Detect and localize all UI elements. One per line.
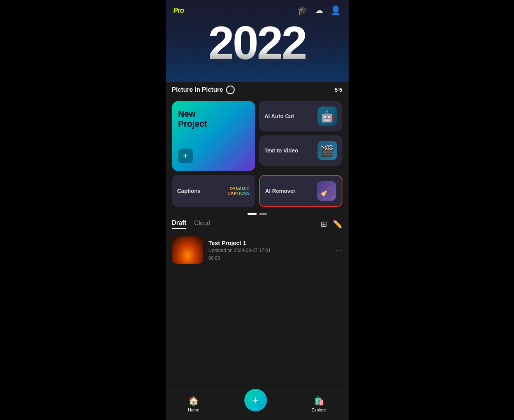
pip-arrow-icon: → <box>226 86 235 94</box>
ai-remover-label: AI Remover <box>265 188 296 194</box>
project-item: Test Project 1 Updated on 2024-08-07 17:… <box>172 233 342 267</box>
bottom-nav: 🏠 Home + 🛍️ Explore <box>166 392 349 420</box>
captions-card[interactable]: Captions DYNAMICCAPTIONS <box>172 175 255 207</box>
cloud-icon[interactable]: ☁ <box>315 5 323 16</box>
pip-strip[interactable]: Picture in Picture → 5/5 <box>166 82 349 98</box>
new-project-card[interactable]: NewProject + <box>172 101 255 171</box>
pip-label: Picture in Picture → <box>172 86 235 94</box>
ai-autocut-label: AI Auto Cut <box>265 113 294 119</box>
cap-icon[interactable]: 🎓 <box>297 5 308 16</box>
dot-1 <box>247 213 257 215</box>
project-date: Updated on 2024-08-07 17:01 <box>209 248 330 253</box>
year-display: 2022 <box>166 19 349 66</box>
project-info: Test Project 1 Updated on 2024-08-07 17:… <box>209 240 330 261</box>
fab-plus-icon: + <box>252 394 258 406</box>
cards-section: NewProject + AI Auto Cut 🤖 Text to Video… <box>166 98 349 175</box>
text-to-video-label: Text to Video <box>265 147 298 154</box>
ai-autocut-icon: 🤖 <box>318 107 337 126</box>
ai-remover-icon: 🧹 <box>317 181 336 201</box>
new-project-title: NewProject <box>178 109 249 130</box>
project-thumb-inner <box>172 236 203 264</box>
explore-label: Explore <box>312 408 326 412</box>
header: Pro 🎓 ☁ 👤 <box>166 0 349 19</box>
home-icon: 🏠 <box>188 396 199 406</box>
project-name: Test Project 1 <box>209 240 330 246</box>
nav-home[interactable]: 🏠 Home <box>188 396 199 412</box>
pip-total: 5 <box>339 87 342 93</box>
ai-remover-card[interactable]: AI Remover 🧹 <box>259 175 342 207</box>
phone-container: Pro 🎓 ☁ 👤 2022 Picture in Picture → 5/5 … <box>166 0 349 420</box>
home-label: Home <box>188 408 199 412</box>
tab-cloud[interactable]: Cloud <box>194 220 211 228</box>
tab-draft[interactable]: Draft <box>172 219 186 229</box>
edit-icon[interactable]: ✏️ <box>333 219 342 229</box>
bottom-cards: Captions DYNAMICCAPTIONS AI Remover 🧹 <box>166 175 349 211</box>
plus-icon: + <box>183 151 188 161</box>
project-duration: 00:03 <box>209 256 330 261</box>
cards-grid: NewProject + AI Auto Cut 🤖 Text to Video… <box>172 101 342 171</box>
dot-2 <box>259 213 267 215</box>
draft-section: Draft Cloud ⊞ ✏️ Test Project 1 Updated … <box>166 219 349 392</box>
right-cards: AI Auto Cut 🤖 Text to Video 🎬 <box>259 101 342 171</box>
fab-button[interactable]: + <box>244 389 267 411</box>
project-thumbnail[interactable] <box>172 236 203 264</box>
grid-view-icon[interactable]: ⊞ <box>321 219 327 229</box>
project-more-button[interactable]: ··· <box>336 246 342 255</box>
captions-label: Captions <box>177 188 201 194</box>
dynamic-captions-label: DYNAMICCAPTIONS <box>228 186 250 196</box>
explore-icon: 🛍️ <box>314 396 324 406</box>
pip-count: 5/5 <box>335 87 342 93</box>
draft-tabs: Draft Cloud ⊞ ✏️ <box>172 219 342 229</box>
draft-icons: ⊞ ✏️ <box>321 219 342 229</box>
add-project-button[interactable]: + <box>178 149 193 163</box>
pip-title: Picture in Picture <box>172 86 223 93</box>
text-to-video-icon: 🎬 <box>318 141 337 160</box>
ai-autocut-card[interactable]: AI Auto Cut 🤖 <box>259 101 342 131</box>
user-icon[interactable]: 👤 <box>330 5 341 16</box>
page-dots <box>166 211 349 219</box>
nav-explore[interactable]: 🛍️ Explore <box>312 396 326 412</box>
text-to-video-card[interactable]: Text to Video 🎬 <box>259 135 342 166</box>
pip-current: 5 <box>335 87 338 93</box>
header-icons: 🎓 ☁ 👤 <box>297 5 341 16</box>
pro-badge: Pro <box>174 7 184 15</box>
